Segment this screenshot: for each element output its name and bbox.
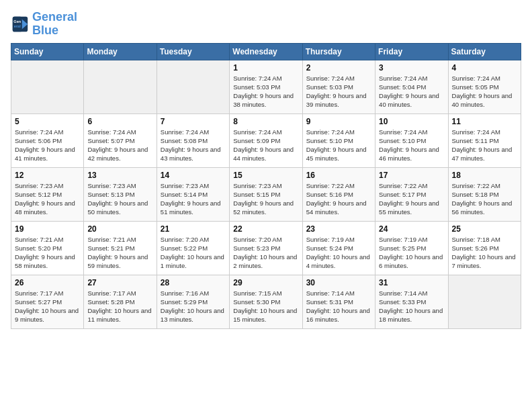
day-info: Sunrise: 7:24 AMSunset: 5:10 PMDaylight:… (306, 128, 371, 163)
day-info: Sunrise: 7:20 AMSunset: 5:23 PMDaylight:… (233, 235, 298, 271)
calendar-week-1: 1 Sunrise: 7:24 AMSunset: 5:03 PMDayligh… (11, 60, 521, 113)
weekday-header-thursday: Thursday (302, 43, 375, 60)
calendar-cell: 9 Sunrise: 7:24 AMSunset: 5:10 PMDayligh… (302, 113, 375, 167)
day-info: Sunrise: 7:24 AMSunset: 5:07 PMDaylight:… (87, 128, 152, 163)
day-info: Sunrise: 7:21 AMSunset: 5:20 PMDaylight:… (15, 235, 80, 271)
calendar-cell: 4 Sunrise: 7:24 AMSunset: 5:05 PMDayligh… (448, 60, 521, 113)
day-number: 6 (87, 117, 152, 126)
day-info: Sunrise: 7:24 AMSunset: 5:09 PMDaylight:… (233, 128, 298, 163)
day-info: Sunrise: 7:24 AMSunset: 5:04 PMDaylight:… (379, 74, 444, 109)
day-info: Sunrise: 7:23 AMSunset: 5:15 PMDaylight:… (233, 181, 298, 217)
day-info: Sunrise: 7:24 AMSunset: 5:08 PMDaylight:… (161, 128, 226, 163)
calendar-cell: 22 Sunrise: 7:20 AMSunset: 5:23 PMDaylig… (230, 221, 302, 275)
day-number: 23 (306, 224, 371, 234)
day-number: 16 (306, 171, 371, 180)
day-info: Sunrise: 7:24 AMSunset: 5:06 PMDaylight:… (15, 128, 80, 163)
day-info: Sunrise: 7:24 AMSunset: 5:03 PMDaylight:… (306, 74, 371, 109)
weekday-header-saturday: Saturday (448, 43, 521, 60)
logo-text: GeneralBlue (32, 11, 77, 38)
day-info: Sunrise: 7:14 AMSunset: 5:33 PMDaylight:… (379, 289, 444, 324)
day-info: Sunrise: 7:14 AMSunset: 5:31 PMDaylight:… (306, 289, 371, 324)
calendar-cell: 20 Sunrise: 7:21 AMSunset: 5:21 PMDaylig… (84, 221, 157, 275)
calendar-cell: 16 Sunrise: 7:22 AMSunset: 5:16 PMDaylig… (302, 167, 375, 221)
day-number: 18 (452, 171, 517, 180)
calendar-cell: 15 Sunrise: 7:23 AMSunset: 5:15 PMDaylig… (230, 167, 302, 221)
day-number: 22 (233, 224, 298, 234)
calendar-table: SundayMondayTuesdayWednesdayThursdayFrid… (11, 43, 521, 329)
logo-icon: Gen eral (11, 15, 30, 34)
day-number: 5 (15, 117, 80, 126)
day-number: 8 (233, 117, 298, 126)
weekday-header-wednesday: Wednesday (230, 43, 302, 60)
calendar-cell: 25 Sunrise: 7:18 AMSunset: 5:26 PMDaylig… (448, 221, 521, 275)
calendar-cell: 21 Sunrise: 7:20 AMSunset: 5:22 PMDaylig… (157, 221, 229, 275)
day-number: 29 (233, 278, 298, 287)
calendar-cell: 8 Sunrise: 7:24 AMSunset: 5:09 PMDayligh… (230, 113, 302, 167)
day-info: Sunrise: 7:18 AMSunset: 5:26 PMDaylight:… (452, 235, 517, 271)
calendar-cell: 23 Sunrise: 7:19 AMSunset: 5:24 PMDaylig… (302, 221, 375, 275)
day-info: Sunrise: 7:24 AMSunset: 5:11 PMDaylight:… (452, 128, 517, 163)
day-number: 2 (306, 63, 371, 73)
day-number: 10 (379, 117, 444, 126)
calendar-cell: 5 Sunrise: 7:24 AMSunset: 5:06 PMDayligh… (11, 113, 84, 167)
calendar-cell: 12 Sunrise: 7:23 AMSunset: 5:12 PMDaylig… (11, 167, 84, 221)
day-info: Sunrise: 7:23 AMSunset: 5:13 PMDaylight:… (87, 181, 152, 217)
calendar-cell: 28 Sunrise: 7:16 AMSunset: 5:29 PMDaylig… (157, 275, 229, 328)
day-info: Sunrise: 7:20 AMSunset: 5:22 PMDaylight:… (161, 235, 226, 271)
day-number: 30 (306, 278, 371, 287)
day-number: 28 (161, 278, 226, 287)
day-number: 7 (161, 117, 226, 126)
calendar-week-3: 12 Sunrise: 7:23 AMSunset: 5:12 PMDaylig… (11, 167, 521, 221)
calendar-cell: 3 Sunrise: 7:24 AMSunset: 5:04 PMDayligh… (375, 60, 448, 113)
day-info: Sunrise: 7:22 AMSunset: 5:17 PMDaylight:… (379, 181, 444, 217)
calendar-cell (11, 60, 84, 113)
day-number: 24 (379, 224, 444, 234)
day-number: 12 (15, 171, 80, 180)
weekday-header-row: SundayMondayTuesdayWednesdayThursdayFrid… (11, 43, 521, 60)
logo: Gen eral GeneralBlue (11, 11, 77, 38)
weekday-header-monday: Monday (84, 43, 157, 60)
day-info: Sunrise: 7:24 AMSunset: 5:05 PMDaylight:… (452, 74, 517, 109)
day-number: 1 (233, 63, 298, 73)
day-info: Sunrise: 7:24 AMSunset: 5:03 PMDaylight:… (233, 74, 298, 109)
day-info: Sunrise: 7:15 AMSunset: 5:30 PMDaylight:… (233, 289, 298, 324)
day-number: 14 (161, 171, 226, 180)
calendar-cell: 17 Sunrise: 7:22 AMSunset: 5:17 PMDaylig… (375, 167, 448, 221)
day-number: 4 (452, 63, 517, 73)
calendar-cell: 14 Sunrise: 7:23 AMSunset: 5:14 PMDaylig… (157, 167, 229, 221)
day-number: 21 (161, 224, 226, 234)
day-info: Sunrise: 7:22 AMSunset: 5:16 PMDaylight:… (306, 181, 371, 217)
weekday-header-sunday: Sunday (11, 43, 84, 60)
calendar-cell: 19 Sunrise: 7:21 AMSunset: 5:20 PMDaylig… (11, 221, 84, 275)
svg-text:Gen: Gen (13, 19, 21, 24)
day-info: Sunrise: 7:24 AMSunset: 5:10 PMDaylight:… (379, 128, 444, 163)
day-number: 13 (87, 171, 152, 180)
day-number: 9 (306, 117, 371, 126)
calendar-cell: 6 Sunrise: 7:24 AMSunset: 5:07 PMDayligh… (84, 113, 157, 167)
calendar-week-2: 5 Sunrise: 7:24 AMSunset: 5:06 PMDayligh… (11, 113, 521, 167)
calendar-cell: 18 Sunrise: 7:22 AMSunset: 5:18 PMDaylig… (448, 167, 521, 221)
day-number: 3 (379, 63, 444, 73)
day-number: 19 (15, 224, 80, 234)
calendar-week-4: 19 Sunrise: 7:21 AMSunset: 5:20 PMDaylig… (11, 221, 521, 275)
svg-text:eral: eral (14, 24, 21, 28)
day-number: 15 (233, 171, 298, 180)
calendar-cell (448, 275, 521, 328)
calendar-cell (84, 60, 157, 113)
day-info: Sunrise: 7:22 AMSunset: 5:18 PMDaylight:… (452, 181, 517, 217)
weekday-header-tuesday: Tuesday (157, 43, 229, 60)
calendar-cell: 27 Sunrise: 7:17 AMSunset: 5:28 PMDaylig… (84, 275, 157, 328)
day-info: Sunrise: 7:16 AMSunset: 5:29 PMDaylight:… (161, 289, 226, 324)
day-number: 27 (87, 278, 152, 287)
calendar-week-5: 26 Sunrise: 7:17 AMSunset: 5:27 PMDaylig… (11, 275, 521, 328)
day-info: Sunrise: 7:19 AMSunset: 5:24 PMDaylight:… (306, 235, 371, 271)
calendar-body: 1 Sunrise: 7:24 AMSunset: 5:03 PMDayligh… (11, 60, 521, 328)
weekday-header-friday: Friday (375, 43, 448, 60)
day-info: Sunrise: 7:23 AMSunset: 5:14 PMDaylight:… (161, 181, 226, 217)
calendar-cell: 11 Sunrise: 7:24 AMSunset: 5:11 PMDaylig… (448, 113, 521, 167)
day-number: 26 (15, 278, 80, 287)
calendar-cell: 31 Sunrise: 7:14 AMSunset: 5:33 PMDaylig… (375, 275, 448, 328)
day-number: 20 (87, 224, 152, 234)
calendar-cell: 7 Sunrise: 7:24 AMSunset: 5:08 PMDayligh… (157, 113, 229, 167)
calendar-cell: 2 Sunrise: 7:24 AMSunset: 5:03 PMDayligh… (302, 60, 375, 113)
